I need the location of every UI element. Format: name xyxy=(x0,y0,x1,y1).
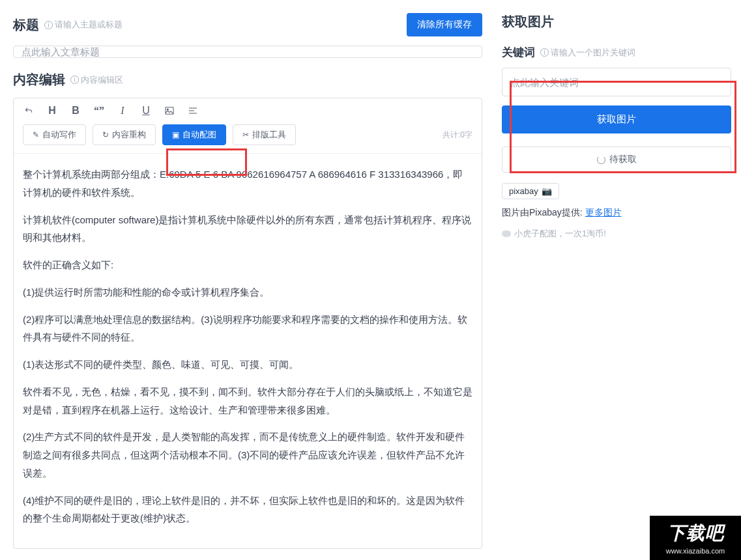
keyword-header: 关键词 i 请输入一个图片关键词 xyxy=(502,45,731,60)
keyword-label: 关键词 xyxy=(502,45,535,60)
restructure-button[interactable]: ↻ 内容重构 xyxy=(93,124,156,145)
restructure-label: 内容重构 xyxy=(112,129,146,141)
auto-write-label: 自动写作 xyxy=(42,129,76,141)
formatting-toolbar: H B “” I U xyxy=(14,98,482,120)
heading-icon[interactable]: H xyxy=(46,105,58,117)
svg-rect-0 xyxy=(166,107,173,115)
cloud-icon xyxy=(502,231,511,237)
word-count: 共计:0字 xyxy=(443,130,472,141)
editor-hint-text: 内容编辑区 xyxy=(81,74,123,86)
layout-tool-button[interactable]: ✂ 排版工具 xyxy=(233,124,296,145)
content-paragraph: (2)程序可以满意地处理信息的数据结构。(3)说明程序功能要求和程序需要的文档的… xyxy=(23,311,472,347)
provider-line: 图片由Pixabay提供: 更多图片 xyxy=(502,207,731,219)
image-icon[interactable] xyxy=(164,105,175,117)
auto-image-button[interactable]: ▣ 自动配图 xyxy=(162,124,226,145)
title-hint-text: 请输入主题或标题 xyxy=(55,19,123,31)
title-label: 标题 xyxy=(13,16,39,34)
tool-icon: ✂ xyxy=(242,130,249,139)
quote-icon[interactable]: “” xyxy=(93,105,105,117)
svg-point-1 xyxy=(167,109,168,110)
get-image-header: 获取图片 xyxy=(502,13,731,31)
italic-icon[interactable]: I xyxy=(117,105,128,117)
editor-content[interactable]: 整个计算机系统由两部分组成：E.69DA 5 E 6 BA 9062616964… xyxy=(14,154,482,548)
clear-cache-button[interactable]: 清除所有缓存 xyxy=(407,13,482,36)
content-paragraph: 计算机软件(computer software)是指计算机系统中除硬件以外的所有… xyxy=(23,211,472,247)
pencil-icon: ✎ xyxy=(33,130,39,139)
keyword-hint-text: 请输入一个图片关键词 xyxy=(551,47,635,59)
pending-label: 待获取 xyxy=(609,154,637,165)
watermark-url: www.xiazaiba.com xyxy=(666,547,725,555)
undo-icon[interactable] xyxy=(23,105,35,117)
content-paragraph: (1)表达形式不同的硬件类型、颜色、味道、可见、可摸、可闻。 xyxy=(23,356,472,374)
provider-prefix: 图片由Pixabay提供: xyxy=(502,207,585,217)
auto-image-label: 自动配图 xyxy=(182,129,216,141)
editor-frame: H B “” I U ✎ 自动写作 ↻ 内容重构 ▣ 自动配图 ✂ 排版工具 xyxy=(13,98,482,549)
get-image-title: 获取图片 xyxy=(502,13,554,31)
title-hint: i 请输入主题或标题 xyxy=(44,19,123,31)
underline-icon[interactable]: U xyxy=(140,105,152,117)
title-section-header: 标题 i 请输入主题或标题 清除所有缓存 xyxy=(13,13,482,36)
keyword-input[interactable] xyxy=(502,68,731,96)
content-paragraph: 软件看不见，无色，枯燥，看不见，摸不到，闻不到。软件大部分存在于人们的头脑或纸上… xyxy=(23,383,472,419)
action-toolbar: ✎ 自动写作 ↻ 内容重构 ▣ 自动配图 ✂ 排版工具 共计:0字 xyxy=(14,120,482,154)
content-paragraph: 软件的正确含义如下: xyxy=(23,256,472,274)
editor-label: 内容编辑 xyxy=(13,71,65,89)
watermark: 下载吧 www.xiazaiba.com xyxy=(650,516,741,560)
tip-text: 小虎子配图，一次1淘币! xyxy=(514,228,606,240)
content-paragraph: (2)生产方式不同的软件是开发，是人类智能的高发挥，而不是传统意义上的硬件制造。… xyxy=(23,428,472,482)
get-image-button[interactable]: 获取图片 xyxy=(502,105,731,133)
spinner-icon xyxy=(597,156,605,164)
info-icon: i xyxy=(540,48,549,57)
info-icon: i xyxy=(70,76,79,84)
pixabay-badge: pixabay 📷 xyxy=(502,183,559,199)
refresh-icon: ↻ xyxy=(102,130,109,139)
auto-write-button[interactable]: ✎ 自动写作 xyxy=(23,124,86,145)
keyword-hint: i 请输入一个图片关键词 xyxy=(540,47,635,59)
bold-icon[interactable]: B xyxy=(70,105,81,117)
content-paragraph: (4)维护不同的硬件是旧的，理论上软件是旧的，并不坏，但实际上软件也是旧的和坏的… xyxy=(23,492,472,528)
article-title-input[interactable] xyxy=(13,46,482,58)
more-images-link[interactable]: 更多图片 xyxy=(585,207,622,217)
tip-line: 小虎子配图，一次1淘币! xyxy=(502,228,731,240)
picture-icon: ▣ xyxy=(172,130,179,139)
editor-hint: i 内容编辑区 xyxy=(70,74,123,86)
camera-icon: 📷 xyxy=(542,186,552,196)
pending-button[interactable]: 待获取 xyxy=(502,147,731,173)
editor-section-header: 内容编辑 i 内容编辑区 xyxy=(13,71,482,89)
pixabay-text: pixabay xyxy=(509,186,538,196)
layout-tool-label: 排版工具 xyxy=(252,129,286,141)
watermark-text: 下载吧 xyxy=(667,521,724,546)
align-icon[interactable] xyxy=(187,105,199,117)
content-paragraph: 整个计算机系统由两部分组成：E.69DA 5 E 6 BA 9062616964… xyxy=(23,165,472,202)
content-paragraph: (1)提供运行时所需功能和性能的命令或计算机程序集合。 xyxy=(23,283,472,301)
info-icon: i xyxy=(44,21,53,29)
